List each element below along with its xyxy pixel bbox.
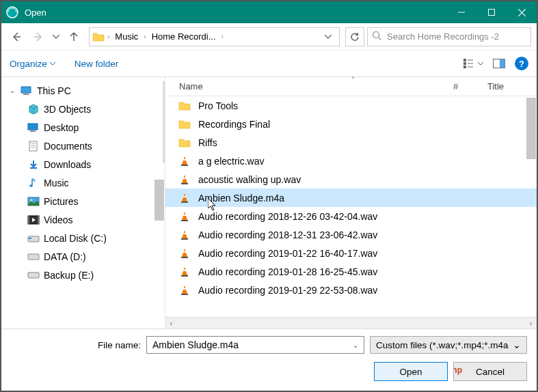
- maximize-button[interactable]: [476, 1, 507, 23]
- chevron-down-icon[interactable]: ⌄: [513, 339, 521, 350]
- toolbar: Organize New folder ?: [1, 51, 537, 76]
- breadcrumb-home-recordings[interactable]: Home Recordi...: [149, 31, 219, 42]
- file-view: ˄ Name # Title Pro Tools Recordings Fina…: [165, 77, 537, 328]
- svg-point-28: [31, 199, 33, 201]
- svg-line-8: [379, 38, 381, 40]
- search-input[interactable]: Search Home Recordings -2: [367, 27, 531, 46]
- tree-backup-e[interactable]: Backup (E:): [1, 266, 165, 284]
- drive-icon: [27, 269, 40, 281]
- list-item[interactable]: acoustic walking up.wav: [165, 170, 537, 188]
- videos-icon: [27, 214, 40, 226]
- cancel-button[interactable]: Cancelphp: [453, 362, 527, 381]
- pictures-icon: [27, 195, 40, 208]
- tree-videos[interactable]: Videos: [1, 210, 165, 229]
- 3d-icon: [27, 103, 40, 115]
- music-icon: [27, 177, 40, 189]
- open-button[interactable]: Open: [374, 362, 448, 381]
- svg-rect-10: [463, 62, 466, 65]
- svg-rect-45: [183, 233, 186, 234]
- list-item[interactable]: Audio recording 2019-01-28 16-25-45.wav: [165, 262, 537, 281]
- watermark: php: [453, 365, 462, 375]
- scroll-left-icon[interactable]: ‹: [165, 320, 177, 327]
- tree-documents[interactable]: Documents: [1, 137, 165, 155]
- collapse-icon[interactable]: ⌄: [8, 87, 16, 94]
- list-item[interactable]: Recordings Final: [165, 115, 537, 133]
- svg-rect-37: [183, 159, 186, 160]
- filetype-dropdown[interactable]: Custom files (*.wav;*.mp4;*.m4a ⌄: [370, 336, 527, 354]
- svg-rect-38: [181, 183, 188, 184]
- window-title: Open: [25, 8, 446, 18]
- help-button[interactable]: ?: [515, 57, 528, 70]
- column-header[interactable]: ˄ Name # Title: [165, 77, 537, 96]
- svg-rect-49: [183, 270, 186, 271]
- list-item[interactable]: Audio recording 2019-01-22 16-40-17.wav: [165, 244, 537, 262]
- vlc-icon: [178, 228, 191, 242]
- sort-indicator-icon: ˄: [351, 76, 355, 83]
- sidebar-scrollbar-thumb[interactable]: [154, 180, 164, 221]
- list-item-selected[interactable]: Ambien Sludge.m4a: [165, 188, 537, 207]
- refresh-button[interactable]: [345, 27, 364, 46]
- chevron-down-icon[interactable]: ⌄: [353, 341, 358, 349]
- view-options-button[interactable]: [463, 59, 483, 68]
- list-item[interactable]: Audio recording 2018-12-31 23-06-42.wav: [165, 225, 537, 244]
- breadcrumb[interactable]: › Music › Home Recordi... ›: [89, 27, 340, 46]
- content-area: ⌄This PC 3D Objects Desktop Documents Do…: [1, 76, 537, 329]
- column-number[interactable]: #: [453, 81, 487, 92]
- tree-desktop[interactable]: Desktop: [1, 118, 165, 137]
- list-item[interactable]: Riffs: [165, 133, 537, 152]
- desktop-icon: [27, 122, 40, 134]
- svg-rect-42: [181, 220, 188, 221]
- svg-rect-20: [30, 130, 36, 132]
- breadcrumb-music[interactable]: Music: [112, 31, 141, 42]
- svg-rect-40: [181, 201, 188, 203]
- svg-rect-44: [181, 238, 188, 240]
- scroll-right-icon[interactable]: ›: [525, 320, 537, 327]
- list-item[interactable]: Audio recording 2018-12-26 03-42-04.wav: [165, 207, 537, 225]
- search-placeholder: Search Home Recordings -2: [387, 31, 499, 42]
- breadcrumb-dropdown[interactable]: [320, 35, 336, 39]
- folder-icon: [178, 99, 191, 113]
- column-name[interactable]: Name: [179, 81, 453, 92]
- svg-rect-34: [28, 254, 39, 260]
- filename-input[interactable]: Ambien Sludge.m4a ⌄: [146, 336, 364, 354]
- tree-this-pc[interactable]: ⌄This PC: [1, 81, 165, 100]
- back-button[interactable]: [7, 27, 26, 46]
- new-folder-button[interactable]: New folder: [75, 59, 119, 69]
- preview-pane-button[interactable]: [493, 59, 505, 68]
- column-title[interactable]: Title: [487, 81, 528, 92]
- navbar: › Music › Home Recordi... › Search Home …: [1, 23, 537, 51]
- tree-data-d[interactable]: DATA (D:): [1, 247, 165, 266]
- tree-pictures[interactable]: Pictures: [1, 192, 165, 210]
- up-button[interactable]: [64, 27, 83, 46]
- svg-point-26: [29, 184, 33, 187]
- vlc-icon: [178, 154, 191, 168]
- vlc-icon: [178, 210, 191, 223]
- svg-rect-11: [463, 66, 466, 68]
- list-item[interactable]: a g electric.wav: [165, 152, 537, 170]
- minimize-button[interactable]: [446, 1, 476, 23]
- forward-button[interactable]: [29, 27, 48, 46]
- close-button[interactable]: [507, 1, 537, 23]
- disk-icon: [27, 232, 40, 244]
- horizontal-scrollbar[interactable]: ‹ ›: [165, 317, 537, 328]
- svg-rect-48: [181, 275, 188, 277]
- tree-music[interactable]: Music: [1, 173, 165, 192]
- open-dialog: Open › Music › Home Recordi... › Search …: [0, 0, 538, 392]
- recent-dropdown[interactable]: [51, 27, 62, 46]
- chevron-right-icon[interactable]: ›: [221, 33, 224, 40]
- chevron-right-icon[interactable]: ›: [107, 33, 109, 40]
- tree-downloads[interactable]: Downloads: [1, 155, 165, 173]
- organize-menu[interactable]: Organize: [10, 59, 55, 69]
- tree-local-disk-c[interactable]: Local Disk (C:): [1, 229, 165, 247]
- file-list[interactable]: Pro Tools Recordings Final Riffs a g ele…: [165, 96, 537, 317]
- navigation-pane[interactable]: ⌄This PC 3D Objects Desktop Documents Do…: [1, 77, 165, 328]
- chevron-right-icon[interactable]: ›: [144, 33, 146, 40]
- list-item[interactable]: Pro Tools: [165, 96, 537, 115]
- list-item[interactable]: Audio recording 2019-01-29 22-53-08.wav: [165, 281, 537, 299]
- tree-3d-objects[interactable]: 3D Objects: [1, 100, 165, 118]
- svg-rect-41: [183, 196, 186, 197]
- vlc-icon: [178, 283, 191, 297]
- svg-rect-46: [181, 257, 188, 258]
- filelist-scrollbar-thumb[interactable]: [526, 98, 536, 159]
- svg-rect-36: [181, 165, 188, 166]
